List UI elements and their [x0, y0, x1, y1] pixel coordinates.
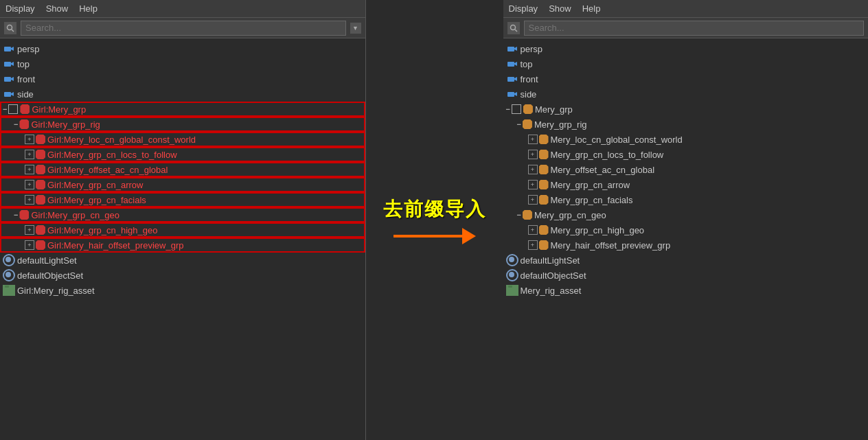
expand-box-icon: + [528, 150, 538, 159]
rig-icon [539, 240, 549, 250]
svg-rect-23 [508, 286, 512, 288]
left-help-menu[interactable]: Help [79, 3, 98, 14]
rig-icon [539, 195, 549, 205]
left-item-side[interactable]: side [0, 86, 365, 102]
right-item-rig-asset[interactable]: Mery_rig_asset [503, 283, 869, 298]
right-item-lightset[interactable]: defaultLightSet [503, 253, 869, 268]
right-item-mery-offset[interactable]: + Mery_offset_ac_cn_global [503, 162, 869, 177]
svg-marker-9 [11, 92, 14, 96]
expand-box-icon: + [528, 240, 538, 250]
expand-icon: − [506, 105, 510, 113]
svg-line-13 [515, 30, 517, 32]
expand-icon: − [14, 211, 18, 219]
camera-icon [506, 89, 518, 99]
left-item-objectset[interactable]: defaultObjectSet [0, 268, 365, 283]
svg-rect-14 [507, 47, 514, 51]
svg-marker-15 [514, 47, 517, 51]
right-item-persp[interactable]: persp [503, 41, 869, 56]
right-item-mery-hair[interactable]: + Mery_hair_offset_preview_grp [503, 238, 869, 253]
arrow-line [393, 235, 462, 238]
rig-icon [36, 135, 45, 144]
expand-box-icon: + [528, 135, 538, 144]
right-item-mery-grp-rig[interactable]: − Mery_grp_rig [503, 117, 869, 132]
left-show-menu[interactable]: Show [46, 3, 69, 14]
right-item-mery-grp-locs-label: Mery_grp_cn_locs_to_follow [551, 150, 664, 160]
left-item-girl-mery-hair-label: Girl:Mery_hair_offset_preview_grp [47, 240, 183, 251]
left-item-girl-mery-grp[interactable]: − Girl:Mery_grp [0, 102, 365, 117]
right-item-mery-geo-label: Mery_grp_cn_geo [534, 210, 606, 220]
right-item-mery-facials[interactable]: + Mery_grp_cn_facials [503, 192, 869, 207]
right-help-menu[interactable]: Help [582, 3, 601, 14]
left-item-front[interactable]: front [0, 71, 365, 86]
right-item-objectset[interactable]: defaultObjectSet [503, 268, 869, 283]
rig-icon [539, 180, 549, 189]
left-item-girl-mery-geo-label: Girl:Mery_grp_cn_geo [31, 210, 119, 220]
right-item-mery-geo[interactable]: − Mery_grp_cn_geo [503, 207, 869, 222]
right-item-front[interactable]: front [503, 71, 869, 86]
expand-box-icon: + [25, 135, 34, 144]
right-item-side-label: side [521, 89, 537, 100]
left-item-girl-mery-offset-label: Girl:Mery_offset_ac_cn_global [47, 165, 168, 175]
left-item-girl-mery-loc-cn-label: Girl:Mery_loc_cn_global_const_world [47, 135, 196, 145]
left-item-girl-mery-high-geo[interactable]: + Girl:Mery_grp_cn_high_geo [0, 222, 365, 238]
left-item-girl-mery-loc-cn[interactable]: + Girl:Mery_loc_cn_global_const_world [0, 132, 365, 147]
svg-rect-11 [5, 286, 9, 288]
expand-icon: − [517, 120, 521, 128]
left-item-girl-mery-offset[interactable]: + Girl:Mery_offset_ac_cn_global [0, 162, 365, 177]
arrow-right [393, 228, 476, 244]
left-item-girl-mery-facials-label: Girl:Mery_grp_cn_facials [47, 195, 146, 205]
left-item-girl-mery-grp-locs[interactable]: + Girl:Mery_grp_cn_locs_to_follow [0, 147, 365, 162]
left-item-top[interactable]: top [0, 56, 365, 71]
expand-box-icon: + [528, 195, 538, 205]
right-panel: Display Show Help persp [503, 0, 869, 440]
left-item-girl-mery-geo[interactable]: − Girl:Mery_grp_cn_geo [0, 207, 365, 222]
svg-marker-19 [514, 77, 517, 81]
expand-box-icon: + [25, 195, 34, 205]
arrow-label: 去前缀导入 [383, 196, 486, 222]
left-display-menu[interactable]: Display [5, 3, 35, 14]
right-item-objectset-label: defaultObjectSet [521, 270, 586, 281]
right-item-mery-loc-cn[interactable]: + Mery_loc_cn_global_const_world [503, 132, 869, 147]
right-item-persp-label: persp [521, 44, 543, 54]
right-show-menu[interactable]: Show [549, 3, 571, 14]
right-search-input[interactable] [524, 21, 865, 36]
left-item-girl-mery-hair[interactable]: + Girl:Mery_hair_offset_preview_grp [0, 238, 365, 253]
group-icon [8, 104, 18, 114]
left-item-girl-mery-high-geo-label: Girl:Mery_grp_cn_high_geo [47, 225, 157, 235]
right-display-menu[interactable]: Display [509, 3, 538, 14]
rig-icon [36, 180, 45, 189]
left-item-girl-mery-arrow[interactable]: + Girl:Mery_grp_cn_arrow [0, 177, 365, 192]
right-item-side[interactable]: side [503, 86, 869, 102]
right-item-mery-arrow[interactable]: + Mery_grp_cn_arrow [503, 177, 869, 192]
left-search-input[interactable] [21, 21, 346, 36]
rig-icon [36, 225, 45, 235]
left-item-girl-mery-grp-rig[interactable]: − Girl:Mery_grp_rig [0, 117, 365, 132]
right-item-mery-high-geo[interactable]: + Mery_grp_cn_high_geo [503, 222, 869, 238]
left-search-dropdown[interactable]: ▼ [350, 23, 361, 34]
lightset-icon [506, 254, 518, 266]
right-menu-bar: Display Show Help [503, 0, 869, 18]
arrow-head [462, 228, 476, 244]
expand-box-icon: + [25, 180, 34, 189]
lightset-icon [3, 254, 15, 266]
expand-box-icon: + [25, 150, 34, 159]
right-item-rig-asset-label: Mery_rig_asset [521, 286, 582, 296]
rig-icon [539, 225, 549, 235]
left-item-rig-asset[interactable]: Girl:Mery_rig_asset [0, 283, 365, 298]
left-item-lightset[interactable]: defaultLightSet [0, 253, 365, 268]
svg-rect-8 [4, 92, 11, 97]
left-item-girl-mery-grp-locs-label: Girl:Mery_grp_cn_locs_to_follow [47, 150, 177, 160]
expand-box-icon: + [528, 165, 538, 174]
left-item-girl-mery-facials[interactable]: + Girl:Mery_grp_cn_facials [0, 192, 365, 207]
expand-icon: − [517, 211, 521, 219]
expand-box-icon: + [25, 225, 34, 235]
right-item-mery-grp-locs[interactable]: + Mery_grp_cn_locs_to_follow [503, 147, 869, 162]
expand-icon: − [3, 105, 7, 113]
svg-rect-4 [4, 62, 11, 67]
camera-icon [3, 89, 15, 99]
expand-box-icon: + [25, 165, 34, 174]
svg-line-1 [12, 30, 14, 32]
right-item-mery-grp[interactable]: − Mery_grp [503, 102, 869, 117]
right-item-top[interactable]: top [503, 56, 869, 71]
left-item-persp[interactable]: persp [0, 41, 365, 56]
